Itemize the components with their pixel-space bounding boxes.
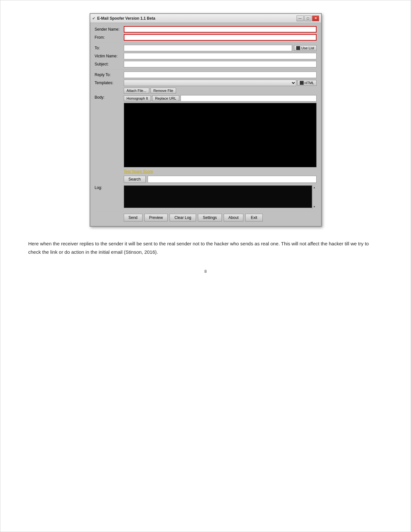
log-scrollbar[interactable]: ▲ ▼: [312, 185, 317, 209]
search-input[interactable]: [148, 176, 317, 183]
to-input[interactable]: [124, 45, 292, 51]
clear-log-button[interactable]: Clear Log: [170, 214, 196, 222]
sender-name-input[interactable]: [124, 26, 317, 33]
settings-button[interactable]: Settings: [198, 214, 221, 222]
replace-url-input[interactable]: [181, 95, 317, 102]
from-label: From:: [95, 35, 124, 40]
to-row: To: Use List: [95, 45, 317, 51]
search-row: Search: [124, 176, 317, 183]
html-checkbox: [300, 81, 304, 85]
paragraph-text: Here when the receiver replies to the se…: [28, 240, 383, 256]
subject-input[interactable]: [124, 61, 317, 67]
scroll-up-arrow: ▲: [313, 186, 316, 189]
subject-label: Subject:: [95, 62, 124, 66]
to-input-group: Use List: [124, 45, 317, 51]
window-icon: ✔: [92, 16, 95, 21]
file-buttons-row: Attach File... Remove File: [124, 88, 317, 94]
form-area: Sender Name: From: To: Use List: [90, 23, 321, 226]
from-input[interactable]: [124, 34, 317, 41]
window-title: E-Mail Spoofer Version 1.1 Beta: [97, 16, 155, 21]
body-tools: Homograph It Replace URL: [124, 95, 317, 167]
log-row: Log: ▲ ▼: [95, 185, 317, 209]
html-label: HTML: [305, 81, 314, 85]
html-button[interactable]: HTML: [298, 80, 317, 86]
test-spam-score-section: Test Spam Score: [124, 169, 317, 175]
homograph-it-button[interactable]: Homograph It: [124, 95, 151, 101]
victim-name-input[interactable]: [124, 53, 317, 59]
reply-to-label: Reply To:: [95, 73, 124, 77]
exit-button[interactable]: Exit: [245, 214, 263, 222]
templates-select[interactable]: [124, 80, 296, 86]
divider-1: [95, 43, 317, 43]
application-window: ✔ E-Mail Spoofer Version 1.1 Beta — ◻ ✕ …: [90, 13, 322, 227]
test-spam-score-link[interactable]: Test Spam Score: [124, 169, 153, 174]
subject-row: Subject:: [95, 61, 317, 67]
search-button[interactable]: Search: [124, 176, 146, 183]
from-row: From:: [95, 34, 317, 41]
log-textarea-wrapper: ▲ ▼: [124, 185, 317, 209]
body-row: Body: Homograph It Replace URL: [95, 95, 317, 167]
send-button[interactable]: Send: [124, 214, 142, 222]
remove-file-button[interactable]: Remove File: [151, 88, 176, 94]
restore-button[interactable]: ◻: [304, 15, 311, 21]
preview-button[interactable]: Preview: [144, 214, 168, 222]
log-textarea[interactable]: [124, 185, 312, 208]
reply-to-row: Reply To:: [95, 72, 317, 78]
title-bar-buttons: — ◻ ✕: [297, 15, 319, 21]
victim-name-label: Victim Name:: [95, 54, 124, 58]
templates-label: Templates:: [95, 81, 124, 85]
minimize-button[interactable]: —: [297, 15, 304, 21]
log-label: Log:: [95, 185, 124, 190]
bottom-buttons: Send Preview Clear Log Settings About Ex…: [95, 214, 317, 222]
templates-group: HTML: [124, 80, 317, 86]
attach-file-button[interactable]: Attach File...: [124, 88, 149, 94]
victim-name-row: Victim Name:: [95, 53, 317, 59]
replace-url-button[interactable]: Replace URL: [152, 95, 179, 101]
use-list-checkbox: [296, 46, 300, 50]
body-toolbar: Homograph It Replace URL: [124, 95, 317, 102]
divider-3: [95, 212, 317, 212]
body-textarea[interactable]: [124, 103, 317, 167]
templates-row: Templates: HTML: [95, 80, 317, 86]
sender-name-row: Sender Name:: [95, 26, 317, 33]
scroll-down-arrow: ▼: [313, 205, 316, 208]
to-label: To:: [95, 46, 124, 50]
page-content: ✔ E-Mail Spoofer Version 1.1 Beta — ◻ ✕ …: [20, 13, 391, 274]
divider-2: [95, 69, 317, 70]
about-button[interactable]: About: [224, 214, 243, 222]
page-number: 8: [204, 269, 207, 274]
body-label: Body:: [95, 95, 124, 100]
title-bar: ✔ E-Mail Spoofer Version 1.1 Beta — ◻ ✕: [90, 14, 321, 23]
sender-name-label: Sender Name:: [95, 27, 124, 32]
close-button[interactable]: ✕: [312, 15, 319, 21]
reply-to-input[interactable]: [124, 72, 317, 78]
use-list-button[interactable]: Use List: [294, 45, 317, 51]
title-bar-left: ✔ E-Mail Spoofer Version 1.1 Beta: [92, 16, 155, 21]
use-list-label: Use List: [301, 46, 314, 50]
